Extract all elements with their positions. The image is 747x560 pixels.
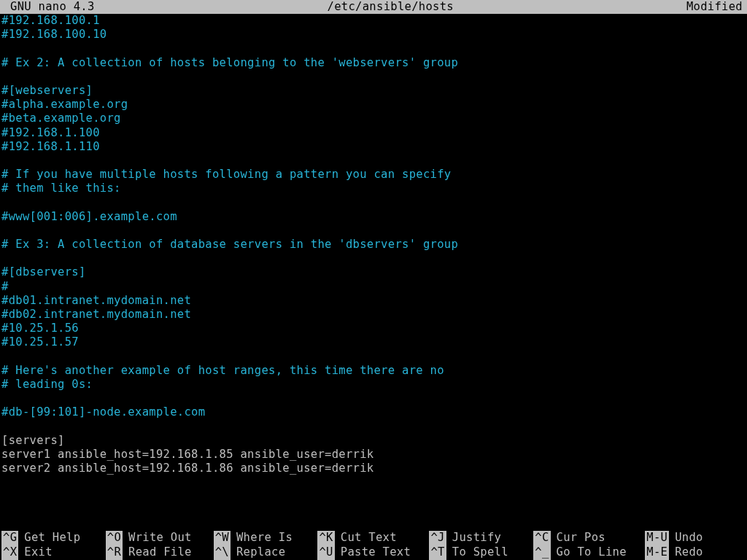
editor-area[interactable]: #192.168.100.1#192.168.100.10# Ex 2: A c… — [1, 14, 747, 531]
editor-line[interactable]: #192.168.100.1 — [1, 14, 747, 28]
editor-line[interactable] — [1, 392, 747, 405]
help-shortcut[interactable]: ^TTo Spell — [429, 545, 533, 560]
help-shortcut[interactable]: ^CCur Pos — [533, 531, 645, 545]
shortcut-label: Exit — [24, 545, 53, 559]
shortcut-label: Go To Line — [557, 545, 627, 559]
shortcut-key: M-E — [645, 545, 669, 559]
editor-line[interactable]: #alpha.example.org — [1, 98, 747, 112]
shortcut-label: Write Out — [128, 531, 192, 545]
shortcut-label: Get Help — [24, 531, 80, 545]
help-shortcut[interactable]: ^JJustify — [429, 531, 533, 545]
help-shortcut[interactable]: ^KCut Text — [317, 531, 429, 545]
shortcut-label: Paste Text — [341, 545, 411, 559]
help-shortcut[interactable]: ^GGet Help — [1, 531, 106, 545]
shortcut-label: Replace — [236, 545, 285, 559]
help-shortcut[interactable]: ^\Replace — [214, 545, 318, 560]
editor-line[interactable] — [1, 154, 747, 168]
shortcut-key: ^K — [317, 531, 334, 545]
editor-line[interactable]: #db02.intranet.mydomain.net — [1, 308, 747, 322]
editor-line[interactable]: server2 ansible_host=192.168.1.86 ansibl… — [1, 462, 747, 475]
shortcut-label: Cur Pos — [557, 531, 605, 545]
shortcut-key: ^R — [106, 545, 123, 559]
shortcut-label: Where Is — [236, 531, 293, 545]
shortcut-label: Read File — [128, 545, 192, 559]
editor-line[interactable] — [1, 195, 747, 209]
editor-line[interactable]: # Here's another example of host ranges,… — [1, 364, 747, 378]
shortcut-label: Cut Text — [341, 531, 397, 545]
editor-line[interactable]: #beta.example.org — [1, 112, 747, 125]
editor-line[interactable]: #www[001:006].example.com — [1, 210, 747, 224]
shortcut-key: ^W — [214, 531, 231, 545]
help-shortcut[interactable]: ^_Go To Line — [533, 545, 645, 560]
status-badge: Modified — [686, 0, 746, 14]
editor-line[interactable]: #192.168.100.10 — [1, 28, 747, 42]
shortcut-key: ^T — [429, 545, 446, 559]
editor-line[interactable] — [1, 350, 747, 364]
help-shortcut[interactable]: ^XExit — [1, 545, 106, 560]
editor-line[interactable] — [1, 224, 747, 238]
shortcut-key: ^O — [106, 531, 123, 545]
shortcut-key: ^U — [317, 545, 334, 559]
titlebar: GNU nano 4.3 /etc/ansible/hosts Modified — [0, 0, 747, 14]
help-shortcut[interactable]: ^UPaste Text — [317, 545, 429, 560]
editor-line[interactable]: #[webservers] — [1, 84, 747, 98]
nano-editor-screen: GNU nano 4.3 /etc/ansible/hosts Modified… — [0, 0, 747, 560]
shortcut-key: M-U — [645, 531, 669, 545]
shortcut-key: ^C — [533, 531, 550, 545]
editor-line[interactable]: #db01.intranet.mydomain.net — [1, 294, 747, 308]
shortcut-label: Redo — [675, 545, 703, 559]
editor-line[interactable]: #192.168.1.100 — [1, 126, 747, 140]
editor-line[interactable]: #10.25.1.56 — [1, 322, 747, 335]
shortcut-key: ^_ — [533, 545, 550, 559]
editor-line[interactable]: # — [1, 280, 747, 294]
editor-line[interactable]: # If you have multiple hosts following a… — [1, 168, 747, 182]
editor-line[interactable] — [1, 42, 747, 55]
help-shortcut[interactable]: ^RRead File — [106, 545, 214, 560]
editor-line[interactable]: #[dbservers] — [1, 265, 747, 279]
shortcut-label: Justify — [452, 531, 501, 545]
app-name: GNU nano 4.3 — [1, 0, 95, 14]
shortcut-key: ^X — [1, 545, 18, 559]
help-shortcut[interactable]: M-ERedo — [645, 545, 746, 560]
editor-line[interactable]: #10.25.1.57 — [1, 335, 747, 349]
shortcut-label: To Spell — [452, 545, 508, 559]
file-path: /etc/ansible/hosts — [95, 0, 686, 14]
editor-line[interactable]: server1 ansible_host=192.168.1.85 ansibl… — [1, 448, 747, 462]
help-shortcut[interactable]: M-UUndo — [645, 531, 746, 545]
editor-line[interactable]: #192.168.1.110 — [1, 140, 747, 154]
editor-line[interactable] — [1, 252, 747, 265]
editor-line[interactable]: # leading 0s: — [1, 378, 747, 392]
shortcut-key: ^\ — [214, 545, 231, 559]
editor-line[interactable]: # them like this: — [1, 182, 747, 195]
editor-line[interactable]: # Ex 2: A collection of hosts belonging … — [1, 56, 747, 70]
help-bar: ^GGet Help^OWrite Out^WWhere Is^KCut Tex… — [0, 531, 747, 560]
editor-line[interactable] — [1, 419, 747, 433]
shortcut-label: Undo — [675, 531, 703, 545]
shortcut-key: ^G — [1, 531, 18, 545]
editor-line[interactable]: [servers] — [1, 434, 747, 448]
editor-line[interactable] — [1, 70, 747, 84]
shortcut-key: ^J — [429, 531, 446, 545]
editor-line[interactable]: # Ex 3: A collection of database servers… — [1, 238, 747, 252]
help-shortcut[interactable]: ^OWrite Out — [106, 531, 214, 545]
editor-line[interactable]: #db-[99:101]-node.example.com — [1, 405, 747, 419]
help-shortcut[interactable]: ^WWhere Is — [214, 531, 318, 545]
